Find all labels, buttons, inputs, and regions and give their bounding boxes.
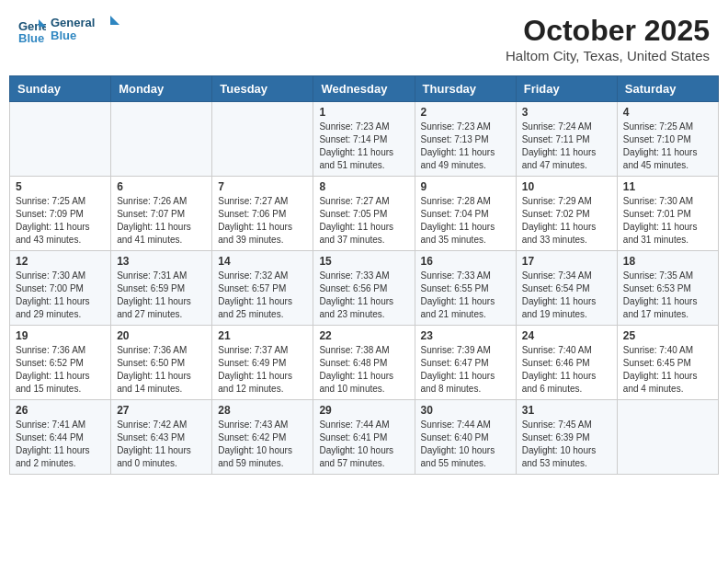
day-number: 25 [623,329,712,342]
svg-text:Blue: Blue [18,31,44,45]
day-info: Sunrise: 7:24 AMSunset: 7:11 PMDaylight:… [522,121,611,172]
week-row-1: 1Sunrise: 7:23 AMSunset: 7:14 PMDaylight… [10,102,719,177]
calendar-cell: 7Sunrise: 7:27 AMSunset: 7:06 PMDaylight… [212,177,313,251]
day-number: 16 [421,255,510,268]
day-info: Sunrise: 7:29 AMSunset: 7:02 PMDaylight:… [522,195,611,247]
calendar-cell: 1Sunrise: 7:23 AMSunset: 7:14 PMDaylight… [313,102,415,177]
calendar-cell: 10Sunrise: 7:29 AMSunset: 7:02 PMDayligh… [516,177,617,251]
svg-text:General: General [51,16,95,29]
calendar-cell: 23Sunrise: 7:39 AMSunset: 6:47 PMDayligh… [415,326,516,400]
weekday-header-sunday: Sunday [10,76,111,102]
title-area: October 2025 Haltom City, Texas, United … [506,14,710,63]
day-number: 8 [319,180,408,193]
calendar-cell: 30Sunrise: 7:44 AMSunset: 6:40 PMDayligh… [415,400,516,475]
day-number: 21 [218,329,307,342]
day-number: 6 [117,180,206,193]
day-info: Sunrise: 7:42 AMSunset: 6:43 PMDaylight:… [117,419,206,470]
week-row-3: 12Sunrise: 7:30 AMSunset: 7:00 PMDayligh… [10,251,719,326]
day-info: Sunrise: 7:33 AMSunset: 6:55 PMDaylight:… [421,270,510,321]
day-number: 23 [421,329,510,342]
day-number: 15 [319,255,408,268]
calendar-cell: 3Sunrise: 7:24 AMSunset: 7:11 PMDaylight… [516,102,617,177]
calendar-cell: 17Sunrise: 7:34 AMSunset: 6:54 PMDayligh… [516,251,617,326]
calendar-cell: 9Sunrise: 7:28 AMSunset: 7:04 PMDaylight… [415,177,516,251]
calendar-cell: 22Sunrise: 7:38 AMSunset: 6:48 PMDayligh… [313,326,415,400]
calendar-cell: 27Sunrise: 7:42 AMSunset: 6:43 PMDayligh… [111,400,212,475]
day-number: 4 [623,106,712,119]
day-info: Sunrise: 7:28 AMSunset: 7:04 PMDaylight:… [421,195,510,247]
logo-icon: General Blue [18,17,46,45]
day-info: Sunrise: 7:43 AMSunset: 6:42 PMDaylight:… [218,419,307,470]
calendar-cell [617,400,718,475]
calendar-cell: 2Sunrise: 7:23 AMSunset: 7:13 PMDaylight… [415,102,516,177]
weekday-header-saturday: Saturday [617,76,718,102]
day-number: 11 [623,180,712,193]
weekday-header-tuesday: Tuesday [212,76,313,102]
day-number: 2 [421,106,510,119]
day-info: Sunrise: 7:39 AMSunset: 6:47 PMDaylight:… [421,344,510,396]
day-number: 28 [218,404,307,417]
day-number: 24 [522,329,611,342]
calendar-cell: 29Sunrise: 7:44 AMSunset: 6:41 PMDayligh… [313,400,415,475]
calendar-cell [111,102,212,177]
week-row-5: 26Sunrise: 7:41 AMSunset: 6:44 PMDayligh… [10,400,719,475]
day-info: Sunrise: 7:45 AMSunset: 6:39 PMDaylight:… [522,419,611,470]
day-info: Sunrise: 7:31 AMSunset: 6:59 PMDaylight:… [117,270,206,321]
day-number: 20 [117,329,206,342]
calendar-cell: 4Sunrise: 7:25 AMSunset: 7:10 PMDaylight… [617,102,718,177]
day-number: 30 [421,404,510,417]
weekday-header-wednesday: Wednesday [313,76,415,102]
calendar-cell [10,102,111,177]
calendar-cell: 6Sunrise: 7:26 AMSunset: 7:07 PMDaylight… [111,177,212,251]
day-info: Sunrise: 7:40 AMSunset: 6:46 PMDaylight:… [522,344,611,396]
day-number: 9 [421,180,510,193]
calendar-cell: 26Sunrise: 7:41 AMSunset: 6:44 PMDayligh… [10,400,111,475]
day-number: 1 [319,106,408,119]
calendar: SundayMondayTuesdayWednesdayThursdayFrid… [9,75,719,475]
day-info: Sunrise: 7:34 AMSunset: 6:54 PMDaylight:… [522,270,611,321]
calendar-cell: 16Sunrise: 7:33 AMSunset: 6:55 PMDayligh… [415,251,516,326]
weekday-header-row: SundayMondayTuesdayWednesdayThursdayFrid… [10,76,719,102]
logo: General Blue General Blue General Blue [18,14,124,50]
day-info: Sunrise: 7:25 AMSunset: 7:10 PMDaylight:… [623,121,712,172]
calendar-cell: 19Sunrise: 7:36 AMSunset: 6:52 PMDayligh… [10,326,111,400]
day-info: Sunrise: 7:37 AMSunset: 6:49 PMDaylight:… [218,344,307,396]
calendar-cell: 12Sunrise: 7:30 AMSunset: 7:00 PMDayligh… [10,251,111,326]
calendar-cell: 24Sunrise: 7:40 AMSunset: 6:46 PMDayligh… [516,326,617,400]
calendar-cell: 21Sunrise: 7:37 AMSunset: 6:49 PMDayligh… [212,326,313,400]
week-row-4: 19Sunrise: 7:36 AMSunset: 6:52 PMDayligh… [10,326,719,400]
day-number: 31 [522,404,611,417]
calendar-cell: 15Sunrise: 7:33 AMSunset: 6:56 PMDayligh… [313,251,415,326]
day-number: 10 [522,180,611,193]
calendar-cell: 5Sunrise: 7:25 AMSunset: 7:09 PMDaylight… [10,177,111,251]
calendar-cell: 14Sunrise: 7:32 AMSunset: 6:57 PMDayligh… [212,251,313,326]
weekday-header-thursday: Thursday [415,76,516,102]
calendar-cell: 8Sunrise: 7:27 AMSunset: 7:05 PMDaylight… [313,177,415,251]
header: General Blue General Blue General Blue O… [9,9,719,68]
day-number: 27 [117,404,206,417]
day-number: 29 [319,404,408,417]
calendar-cell: 31Sunrise: 7:45 AMSunset: 6:39 PMDayligh… [516,400,617,475]
weekday-header-friday: Friday [516,76,617,102]
day-info: Sunrise: 7:36 AMSunset: 6:52 PMDaylight:… [16,344,105,396]
day-number: 7 [218,180,307,193]
calendar-cell: 11Sunrise: 7:30 AMSunset: 7:01 PMDayligh… [617,177,718,251]
day-number: 5 [16,180,105,193]
svg-text:Blue: Blue [51,29,76,42]
weekday-header-monday: Monday [111,76,212,102]
day-info: Sunrise: 7:23 AMSunset: 7:13 PMDaylight:… [421,121,510,172]
day-info: Sunrise: 7:38 AMSunset: 6:48 PMDaylight:… [319,344,408,396]
week-row-2: 5Sunrise: 7:25 AMSunset: 7:09 PMDaylight… [10,177,719,251]
day-number: 12 [16,255,105,268]
location-title: Haltom City, Texas, United States [506,48,710,63]
day-number: 17 [522,255,611,268]
calendar-cell: 25Sunrise: 7:40 AMSunset: 6:45 PMDayligh… [617,326,718,400]
day-info: Sunrise: 7:41 AMSunset: 6:44 PMDaylight:… [16,419,105,470]
day-info: Sunrise: 7:36 AMSunset: 6:50 PMDaylight:… [117,344,206,396]
day-info: Sunrise: 7:44 AMSunset: 6:40 PMDaylight:… [421,419,510,470]
day-number: 26 [16,404,105,417]
day-number: 22 [319,329,408,342]
day-info: Sunrise: 7:27 AMSunset: 7:06 PMDaylight:… [218,195,307,247]
day-number: 19 [16,329,105,342]
day-info: Sunrise: 7:33 AMSunset: 6:56 PMDaylight:… [319,270,408,321]
